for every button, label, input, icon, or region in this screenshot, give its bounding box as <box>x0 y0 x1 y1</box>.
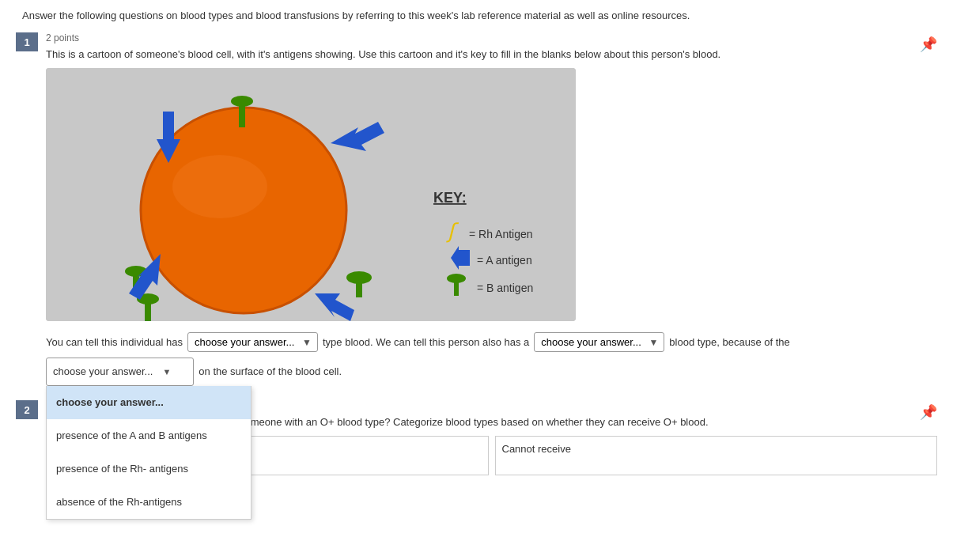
fill-middle: type blood. We can tell this person also… <box>323 332 529 353</box>
fill-in-section: You can tell this individual has choose … <box>46 332 937 386</box>
dropdown3-option-default[interactable]: choose your answer... <box>47 386 251 419</box>
pin-icon-q1[interactable]: 📌 <box>920 36 937 53</box>
svg-text:= B antigen: = B antigen <box>477 282 533 294</box>
dropdown3-option-ab[interactable]: presence of the A and B antigens <box>47 419 251 452</box>
dropdown3-container[interactable]: choose your answer... ▼ choose your answ… <box>46 358 194 386</box>
question1-points: 2 points <box>46 32 937 44</box>
dropdown1-select[interactable]: choose your answer... A B AB O <box>187 332 318 352</box>
instructions: Answer the following questions on blood … <box>16 9 937 21</box>
dropdown3-trigger[interactable]: choose your answer... ▼ <box>46 358 194 386</box>
fill-in-row2: choose your answer... ▼ choose your answ… <box>46 358 937 386</box>
svg-point-21 <box>447 274 466 283</box>
svg-point-4 <box>231 96 253 107</box>
dropdown1-wrapper[interactable]: choose your answer... A B AB O ▼ <box>187 332 318 353</box>
fill-prefix: You can tell this individual has <box>46 332 183 353</box>
question1-text: This is a cartoon of someone's blood cel… <box>46 48 937 60</box>
svg-point-8 <box>346 271 372 284</box>
svg-text:= Rh Antigen: = Rh Antigen <box>469 228 533 240</box>
dropdown2-select[interactable]: choose your answer... positive negative <box>534 332 664 352</box>
cannot-receive-cell: Cannot receive <box>495 436 938 475</box>
dropdown3-chevron: ▼ <box>162 363 171 380</box>
fill-suffix: blood type, because of the <box>669 332 790 353</box>
dropdown3-option-no-rh[interactable]: absence of the Rh-antigens <box>47 486 251 519</box>
dropdown3-option-rh[interactable]: presence of the Rh- antigens <box>47 452 251 486</box>
cannot-receive-label: Cannot receive <box>502 443 571 455</box>
pin-icon-q2[interactable]: 📌 <box>920 403 937 421</box>
svg-point-2 <box>172 155 267 218</box>
question1-number: 1 <box>16 32 38 51</box>
fill-end: on the surface of the blood cell. <box>199 361 342 382</box>
svg-text:= A antigen: = A antigen <box>477 254 532 267</box>
dropdown3-selected-text: choose your answer... <box>53 361 153 382</box>
dropdown2-wrapper[interactable]: choose your answer... positive negative … <box>534 332 664 353</box>
svg-text:KEY:: KEY: <box>433 190 467 206</box>
fill-in-row1: You can tell this individual has choose … <box>46 332 937 353</box>
dropdown3-menu: choose your answer... presence of the A … <box>46 386 251 520</box>
svg-rect-3 <box>239 104 245 127</box>
blood-cell-diagram: KEY: ʃ = Rh Antigen = A antigen = B anti… <box>46 68 576 321</box>
question2-number: 2 <box>16 400 38 419</box>
